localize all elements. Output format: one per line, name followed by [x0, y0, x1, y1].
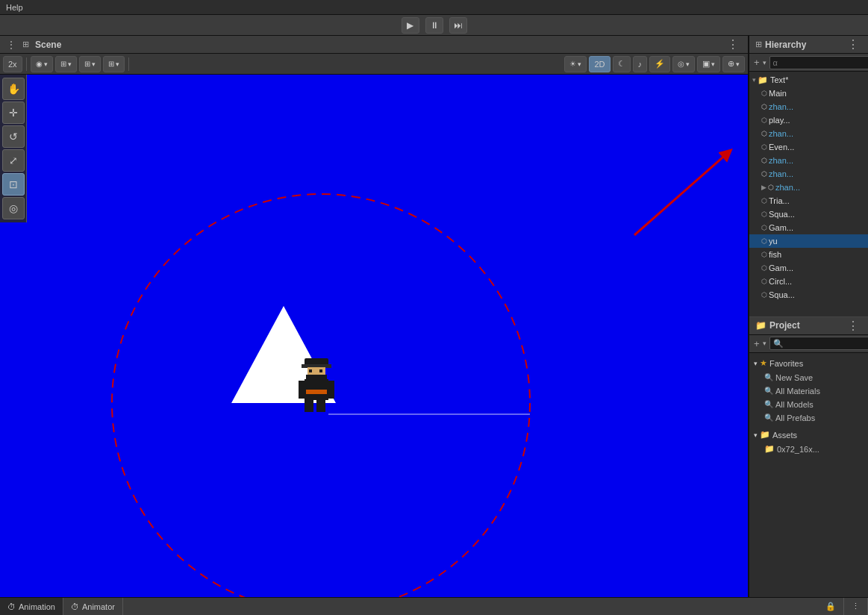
- draw-arrow: ▾: [44, 60, 48, 68]
- bottom-panel: ⏱ Animation ⏱ Animator 🔒 ⋮ Layers | Para…: [0, 597, 868, 615]
- snap-btn[interactable]: ⊞ ▾: [103, 56, 125, 72]
- cube-icon: ⬡: [761, 130, 767, 137]
- zoom-value: 2x: [8, 60, 17, 69]
- hierarchy-item-zhan4[interactable]: ⬡ zhan...: [749, 167, 868, 181]
- hierarchy-list: ▾ 📁 Text* ⬡ Main ⬡ zhan... ⬡ play...: [749, 72, 868, 316]
- all-materials-label: All Materials: [775, 387, 820, 396]
- play-button[interactable]: ▶: [402, 17, 419, 34]
- hierarchy-item-main[interactable]: ⬡ Main: [749, 87, 868, 100]
- new-save-label: New Save: [775, 373, 813, 382]
- project-search-input[interactable]: [769, 337, 868, 350]
- hierarchy-item-zhan5[interactable]: ▶ ⬡ zhan...: [749, 181, 868, 194]
- gizmos-btn[interactable]: ◎ ▾: [672, 56, 695, 72]
- favorites-star-icon: ★: [760, 358, 767, 368]
- detection-circle: [112, 194, 530, 597]
- hierarchy-item-play[interactable]: ⬡ play...: [749, 113, 868, 127]
- layout-btn[interactable]: ⊞ ▾: [55, 56, 77, 72]
- cube-icon: ⬡: [761, 224, 767, 231]
- hand-tool[interactable]: ✋: [2, 78, 25, 100]
- item-label-zhan5: zhan...: [775, 183, 800, 192]
- item-label-squa2: Squa...: [769, 290, 795, 299]
- project-folder-icon: 📁: [755, 320, 766, 331]
- expand-arrow: ▾: [752, 76, 756, 84]
- project-item-all-prefabs[interactable]: 🔍 All Prefabs: [752, 411, 865, 425]
- grid-icon: ⊞: [84, 60, 90, 68]
- scene-grid-icon: ⊞: [22, 40, 29, 49]
- project-item-0x72[interactable]: 📁 0x72_16x...: [752, 443, 865, 456]
- main-toolbar: ▶ ⏸ ⏭: [0, 15, 868, 36]
- zoom-display[interactable]: 2x: [3, 56, 22, 72]
- lighting-btn[interactable]: ☾: [613, 56, 631, 72]
- layout-icon: ⊞: [60, 60, 66, 68]
- step-button[interactable]: ⏭: [449, 17, 467, 34]
- menu-help[interactable]: Help: [6, 3, 23, 12]
- project-item-all-models[interactable]: 🔍 All Models: [752, 398, 865, 411]
- project-content: ▾ ★ Favorites 🔍 New Save 🔍 All Materials…: [749, 353, 868, 598]
- hierarchy-item-event[interactable]: ⬡ Even...: [749, 140, 868, 154]
- cube-icon: ⬡: [761, 210, 767, 218]
- hierarchy-item-zhan2[interactable]: ⬡ zhan...: [749, 127, 868, 140]
- nav-btn[interactable]: ⊕ ▾: [722, 56, 745, 72]
- lock-btn[interactable]: 🔒: [818, 598, 844, 616]
- item-label-yu: yu: [769, 237, 778, 246]
- hierarchy-item-fish[interactable]: ⬡ fish: [749, 248, 868, 261]
- scene-header: ⋮ ⊞ Scene ⋮: [0, 36, 748, 54]
- hierarchy-item-zhan1[interactable]: ⬡ zhan...: [749, 100, 868, 113]
- tab-animation[interactable]: ⏱ Animation: [0, 598, 63, 616]
- favorites-header[interactable]: ▾ ★ Favorites: [752, 356, 865, 371]
- folder-icon: 📁: [758, 75, 768, 85]
- hierarchy-add-arrow[interactable]: ▾: [763, 59, 766, 66]
- hierarchy-item-yu[interactable]: ⬡ yu: [749, 234, 868, 248]
- hierarchy-item-text[interactable]: ▾ 📁 Text*: [749, 73, 868, 87]
- project-add-arrow[interactable]: ▾: [763, 340, 766, 347]
- effects-btn[interactable]: ⚡: [649, 56, 670, 72]
- red-arrow: [634, 153, 728, 235]
- cube-icon: ⬡: [761, 197, 767, 205]
- rotate-tool[interactable]: ↺: [2, 125, 25, 148]
- assets-header[interactable]: ▾ 📁 Assets: [752, 428, 865, 443]
- hierarchy-grid-icon: ⊞: [755, 40, 762, 49]
- grid-btn[interactable]: ⊞ ▾: [79, 56, 101, 72]
- 2d-mode-btn[interactable]: 2D: [589, 56, 610, 72]
- hierarchy-search-input[interactable]: [769, 56, 868, 69]
- hierarchy-item-circl[interactable]: ⬡ Circl...: [749, 275, 868, 288]
- grid-arrow: ▾: [92, 60, 96, 68]
- pause-button[interactable]: ⏸: [425, 17, 443, 34]
- custom-tool[interactable]: ◎: [2, 197, 25, 219]
- 2d-label: 2D: [594, 60, 605, 69]
- light-arrow: ▾: [578, 60, 581, 68]
- cube-icon: ⬡: [761, 143, 767, 151]
- bottom-more-btn[interactable]: ⋮: [844, 598, 868, 616]
- camera-btn[interactable]: ▣ ▾: [697, 56, 720, 72]
- global-light-btn[interactable]: ☀ ▾: [564, 56, 587, 72]
- audio-btn[interactable]: ♪: [633, 56, 648, 72]
- project-title: Project: [769, 320, 800, 331]
- hierarchy-item-zhan3[interactable]: ⬡ zhan...: [749, 154, 868, 167]
- draw-mode-btn[interactable]: ◉ ▾: [31, 56, 53, 72]
- cube-icon: ⬡: [761, 278, 767, 285]
- project-item-new-save[interactable]: 🔍 New Save: [752, 371, 865, 384]
- scene-more-btn[interactable]: ⋮: [724, 37, 742, 51]
- scene-content: ✋ ✛ ↺ ⤢ ⊡ ◎: [0, 75, 748, 597]
- scene-svg-overlay: [0, 75, 748, 597]
- hierarchy-more-btn[interactable]: ⋮: [844, 37, 862, 51]
- scale-tool[interactable]: ⤢: [2, 149, 25, 172]
- move-tool[interactable]: ✛: [2, 102, 25, 124]
- hierarchy-item-squa1[interactable]: ⬡ Squa...: [749, 207, 868, 221]
- hierarchy-item-gam1[interactable]: ⬡ Gam...: [749, 221, 868, 234]
- item-label-circl: Circl...: [769, 277, 792, 286]
- project-add-btn[interactable]: +: [754, 338, 760, 349]
- hierarchy-item-squa2[interactable]: ⬡ Squa...: [749, 288, 868, 302]
- project-item-all-materials[interactable]: 🔍 All Materials: [752, 384, 865, 398]
- tab-animator[interactable]: ⏱ Animator: [63, 598, 123, 616]
- project-more-btn[interactable]: ⋮: [844, 319, 862, 333]
- hierarchy-add-btn[interactable]: +: [754, 57, 760, 68]
- snap-arrow: ▾: [116, 60, 119, 68]
- item-label-play: play...: [769, 116, 790, 125]
- triangle-shape: [231, 306, 336, 403]
- hierarchy-item-gam2[interactable]: ⬡ Gam...: [749, 261, 868, 275]
- rect-transform-tool[interactable]: ⊡: [2, 173, 25, 196]
- search-icon-1: 🔍: [764, 373, 773, 381]
- hierarchy-item-tria[interactable]: ⬡ Tria...: [749, 194, 868, 207]
- scene-viewport[interactable]: ✋ ✛ ↺ ⤢ ⊡ ◎: [0, 75, 748, 597]
